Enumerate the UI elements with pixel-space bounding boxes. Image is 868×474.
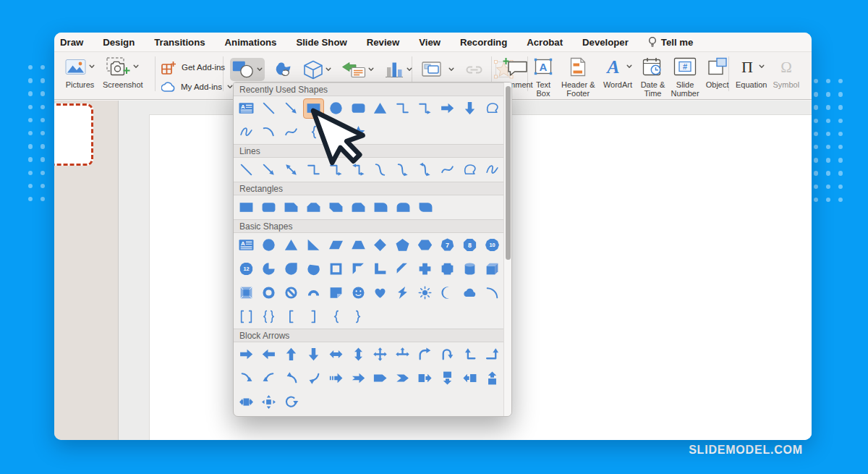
shape-arrow-left-right[interactable] (325, 342, 347, 366)
ribbon-button-screenshot[interactable]: Screenshot (103, 52, 143, 89)
ribbon-button-smartart[interactable] (339, 52, 376, 81)
shape-arrow-up[interactable] (280, 342, 302, 366)
shape-left-brace[interactable] (302, 120, 325, 144)
shape-round-single-corner-rectangle[interactable] (370, 195, 392, 219)
shape-arrow-right[interactable] (235, 342, 258, 366)
shape-rounded-rectangle[interactable] (258, 195, 280, 219)
menu-item-view[interactable]: View (419, 37, 441, 48)
shape-chord[interactable] (302, 257, 325, 281)
shape-right-arrow-callout[interactable] (414, 366, 436, 390)
shape-decagon[interactable]: 10 (481, 233, 503, 257)
ribbon-button-link[interactable] (462, 52, 486, 81)
menu-item-draw[interactable]: Draw (60, 37, 83, 48)
ribbon-button-icons[interactable] (271, 52, 295, 81)
shape-double-brace[interactable] (258, 305, 280, 329)
shape-curved-left-arrow[interactable] (258, 366, 280, 390)
shape-moon[interactable] (436, 281, 459, 305)
shape-elbow-arrow-connector[interactable] (414, 96, 436, 120)
menu-item-animations[interactable]: Animations (225, 37, 277, 48)
shape-up-arrow-callout[interactable] (481, 366, 503, 390)
ribbon-button-video[interactable] (420, 52, 456, 81)
shape-snip-diagonal-corner-rectangle[interactable] (325, 195, 347, 219)
shape-frame[interactable] (325, 257, 347, 281)
shape-right-brace[interactable] (347, 305, 370, 329)
shape-donut[interactable] (258, 281, 280, 305)
shape-round-diagonal-corner-rectangle[interactable] (414, 195, 437, 219)
shape-elbow-connector[interactable] (391, 96, 414, 120)
shape-diagonal-stripe[interactable] (391, 257, 414, 281)
shape-oval[interactable] (258, 233, 280, 257)
shape-curved-right-arrow[interactable] (235, 366, 258, 390)
menu-item-slide-show[interactable]: Slide Show (296, 37, 346, 48)
ribbon-button-my-add-ins[interactable]: My Add-ins (161, 82, 233, 92)
shape-line-arrow[interactable] (280, 96, 302, 120)
ribbon-button-shapes[interactable] (230, 52, 265, 81)
shape-star-5-point[interactable] (347, 120, 370, 144)
shape-pentagon-arrow[interactable] (370, 366, 392, 390)
shape-right-bracket[interactable] (302, 305, 325, 329)
shape-curve[interactable] (436, 158, 459, 182)
shape-double-bracket[interactable] (235, 305, 258, 329)
shape-curved-double-arrow-connector[interactable] (414, 158, 436, 182)
shape-arrow-left[interactable] (258, 342, 280, 366)
shape-elbow-double-arrow-connector[interactable] (347, 158, 370, 182)
menu-item-recording[interactable]: Recording (460, 37, 507, 48)
shape-line[interactable] (235, 158, 258, 182)
shape-regular-pentagon[interactable] (391, 233, 414, 257)
shape-scribble[interactable] (481, 158, 503, 182)
shape-left-up-arrow[interactable] (459, 342, 481, 366)
shape-half-frame[interactable] (347, 257, 370, 281)
menu-item-developer[interactable]: Developer (582, 37, 629, 48)
ribbon-button-slide-number[interactable]: #SlideNumber (671, 52, 699, 98)
shape-striped-right-arrow[interactable] (325, 366, 347, 390)
shape-block-arc[interactable] (302, 281, 325, 305)
menu-item-design[interactable]: Design (103, 37, 135, 48)
shape-scribble[interactable] (235, 120, 258, 144)
ribbon-button-chart[interactable] (382, 52, 414, 81)
shape-curved-down-arrow[interactable] (302, 366, 325, 390)
shape-freeform-shape[interactable] (481, 96, 503, 120)
shape-no-symbol[interactable] (280, 281, 302, 305)
shape-line-arrow-double[interactable] (280, 158, 302, 182)
shape-arrow-right[interactable] (436, 96, 459, 120)
shape-parallelogram[interactable] (325, 233, 347, 257)
shape-folded-corner[interactable] (325, 281, 347, 305)
shape-dodecagon[interactable]: 12 (235, 257, 258, 281)
shape-arc[interactable] (481, 281, 503, 305)
shape-line[interactable] (258, 96, 280, 120)
shape-isosceles-triangle[interactable] (280, 233, 302, 257)
shape-plaque[interactable] (436, 257, 459, 281)
ribbon-button-header-footer[interactable]: Header &Footer (561, 52, 595, 98)
shape-hexagon[interactable] (414, 233, 436, 257)
ribbon-button-date-time[interactable]: Date &Time (640, 52, 665, 98)
shape-rounded-rectangle[interactable] (347, 96, 370, 120)
shape-left-brace[interactable] (325, 305, 347, 329)
shape-rectangle[interactable] (235, 195, 258, 219)
shape-left-right-arrow-callout[interactable] (235, 390, 258, 414)
shape-text-box[interactable]: A (235, 96, 258, 120)
shape-arrow-up-down[interactable] (347, 342, 370, 366)
shape-elbow-connector[interactable] (302, 158, 325, 182)
shape-curved-up-arrow[interactable] (280, 366, 302, 390)
shapes-menu-scrollbar[interactable] (503, 82, 511, 416)
shape-diamond[interactable] (370, 233, 392, 257)
shape-left-bracket[interactable] (280, 305, 302, 329)
shape-cross[interactable] (414, 257, 436, 281)
shape-circular-arrow[interactable] (280, 390, 302, 414)
shape-snip-single-corner-rectangle[interactable] (280, 195, 302, 219)
menu-item-tell-me[interactable]: Tell me (648, 36, 693, 48)
ribbon-button-pictures[interactable]: Pictures (63, 52, 97, 89)
shape-bent-arrow[interactable] (414, 342, 436, 366)
shape-heptagon[interactable]: 7 (436, 233, 459, 257)
ribbon-button-wordart[interactable]: AWordArt (600, 52, 634, 89)
shape-cube[interactable] (481, 257, 503, 281)
shape-curved-connector[interactable] (370, 158, 392, 182)
shape-notched-right-arrow[interactable] (347, 366, 370, 390)
ribbon-button-get-add-ins[interactable]: Get Add-ins (161, 61, 233, 75)
shape-lightning-bolt[interactable] (391, 281, 414, 305)
ribbon-button-text-box[interactable]: ATextBox (531, 52, 556, 98)
shape-quad-arrow-callout[interactable] (258, 390, 280, 414)
shape-cloud[interactable] (459, 281, 481, 305)
menu-item-transitions[interactable]: Transitions (154, 37, 205, 48)
ribbon-button-3d-models[interactable] (301, 52, 333, 81)
